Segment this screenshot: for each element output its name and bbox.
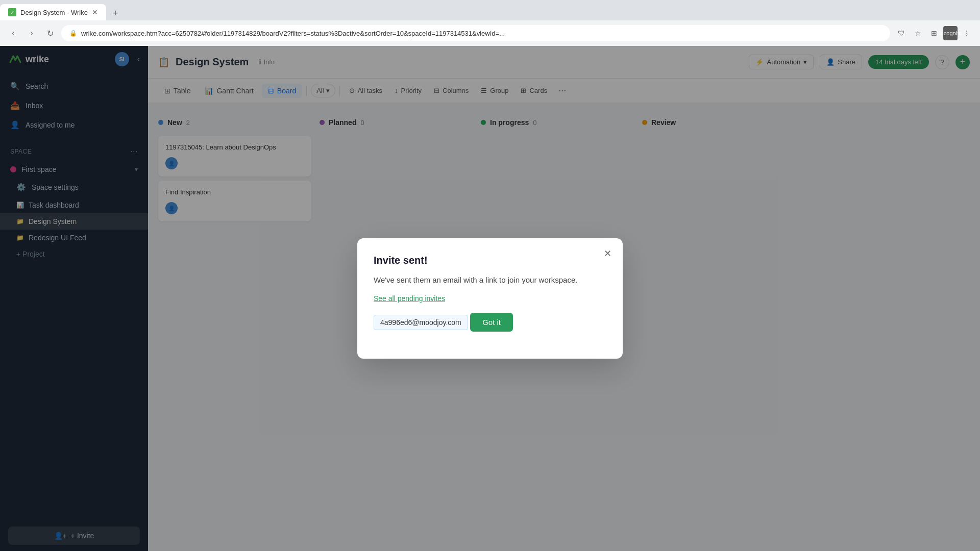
active-tab[interactable]: Design System - Wrike ✕: [0, 4, 106, 20]
new-tab-button[interactable]: +: [108, 6, 122, 20]
modal-title: Invite sent!: [374, 255, 606, 266]
tab-bar: Design System - Wrike ✕ +: [0, 0, 980, 20]
tab-title: Design System - Wrike: [20, 9, 88, 16]
email-tag: 4a996ed6@moodjoy.com: [374, 315, 468, 330]
incognito-badge[interactable]: Incognito: [943, 26, 958, 40]
modal-overlay: ✕ Invite sent! We've sent them an email …: [0, 46, 980, 551]
tab-close-btn[interactable]: ✕: [92, 8, 98, 16]
back-button[interactable]: ‹: [6, 26, 20, 40]
modal-body: We've sent them an email with a link to …: [374, 274, 606, 286]
nav-bar: ‹ › ↻ 🔒 wrike.com/workspace.htm?acc=6250…: [0, 20, 980, 46]
got-it-button[interactable]: Got it: [470, 313, 513, 332]
nav-icons: 🛡 ☆ ⊞ Incognito ⋮: [894, 26, 974, 40]
invite-sent-modal: ✕ Invite sent! We've sent them an email …: [357, 238, 623, 359]
forward-button[interactable]: ›: [24, 26, 39, 40]
tab-favicon: [8, 8, 16, 16]
browser-chrome: Design System - Wrike ✕ + ‹ › ↻ 🔒 wrike.…: [0, 0, 980, 46]
lock-icon: 🔒: [69, 30, 77, 37]
modal-close-btn[interactable]: ✕: [600, 246, 615, 261]
extensions-icon[interactable]: 🛡: [894, 26, 909, 40]
address-bar[interactable]: 🔒 wrike.com/workspace.htm?acc=6250782#fo…: [61, 25, 890, 41]
pending-invites-link[interactable]: See all pending invites: [374, 294, 606, 303]
address-text: wrike.com/workspace.htm?acc=6250782#fold…: [81, 30, 882, 37]
reload-button[interactable]: ↻: [43, 26, 57, 40]
bookmark-icon[interactable]: ☆: [911, 26, 925, 40]
menu-icon[interactable]: ⋮: [960, 26, 974, 40]
